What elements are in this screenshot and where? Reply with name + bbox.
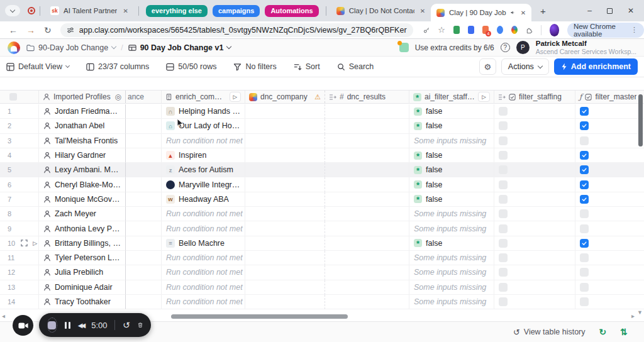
- scroll-left-arrow[interactable]: ◂: [2, 312, 5, 319]
- filter-staffing-checkbox[interactable]: [499, 165, 508, 174]
- hidden-column-cell[interactable]: [126, 134, 162, 148]
- browser-profile-avatar[interactable]: [550, 24, 559, 36]
- tab-ai-talent-partner[interactable]: sk AI Talent Partner ✕: [45, 0, 134, 21]
- imported-profile-cell[interactable]: Lexy Ambani. MS., B...: [39, 163, 126, 177]
- company-cell[interactable]: z Aces for Autism: [162, 163, 245, 177]
- table-name[interactable]: 90 Day Job Change v1: [140, 43, 224, 52]
- ai-filter-cell[interactable]: * false: [409, 104, 494, 119]
- delete-recording-icon[interactable]: [138, 321, 143, 329]
- back-button[interactable]: ←: [9, 25, 18, 35]
- table-row[interactable]: 8 ▷ Zach Meyer Run condition not met *: [0, 207, 644, 221]
- ai-filter-cell[interactable]: * Some inputs missing: [409, 251, 494, 265]
- settings-button[interactable]: ⚙: [479, 58, 496, 75]
- filter-staffing-checkbox[interactable]: [499, 180, 508, 189]
- tab-clay-do-not-contact[interactable]: Clay | Do Not Contact ✕: [331, 0, 431, 21]
- ai-filter-cell[interactable]: * Some inputs missing: [409, 207, 494, 221]
- imported-profile-cell[interactable]: Tal'Meisha Frontis: [39, 134, 126, 148]
- camera-button[interactable]: [13, 315, 33, 336]
- company-cell[interactable]: ∩ Helping Hands Family...: [162, 104, 245, 119]
- tab-group-automations[interactable]: Automations: [265, 5, 318, 17]
- dnc-results-cell[interactable]: [325, 236, 409, 251]
- table-row[interactable]: 5 ▷ Lexy Ambani. MS., B... z Aces for Au…: [0, 163, 644, 177]
- filter-staffing-checkbox[interactable]: [499, 239, 508, 248]
- filter-master-checkbox[interactable]: [580, 297, 589, 306]
- hidden-column-cell[interactable]: [126, 221, 162, 236]
- dnc-company-cell[interactable]: [245, 265, 325, 280]
- filter-staffing-checkbox[interactable]: [499, 268, 508, 277]
- column-header-imported-profiles[interactable]: Imported Profiles ◎: [39, 91, 126, 103]
- imported-profile-cell[interactable]: Jonathan Abel: [39, 119, 126, 133]
- table-row[interactable]: 2 ▷ Jonathan Abel ⌂ Our Lady of Hope He.…: [0, 119, 644, 133]
- extension-icon-orange[interactable]: 4: [482, 26, 489, 34]
- dnc-results-cell[interactable]: [325, 207, 409, 221]
- table-row[interactable]: 10 ▷ Brittany Billings, CLCS ≡ Bello Mac…: [0, 236, 644, 251]
- column-header-enrich-company[interactable]: enrich_company ▷: [162, 91, 245, 103]
- horizontal-scrollbar-thumb[interactable]: [171, 314, 348, 319]
- filter-master-checkbox[interactable]: [580, 253, 589, 262]
- filter-master-checkbox[interactable]: [580, 209, 589, 218]
- filter-staffing-checkbox[interactable]: [499, 136, 508, 145]
- rewind-icon[interactable]: ◀◀: [78, 322, 84, 329]
- warning-icon[interactable]: ⚠: [314, 93, 321, 101]
- company-cell[interactable]: Run condition not met: [162, 221, 245, 236]
- filter-master-checkbox[interactable]: [580, 180, 589, 189]
- company-cell[interactable]: ≡ Bello Machre: [162, 236, 245, 251]
- dnc-company-cell[interactable]: [245, 134, 325, 148]
- company-cell[interactable]: w Headway ABA: [162, 192, 245, 207]
- vertical-scrollbar-thumb[interactable]: [638, 94, 643, 146]
- company-cell[interactable]: Run condition not met: [162, 265, 245, 280]
- hidden-column-cell[interactable]: [126, 163, 162, 177]
- filter-staffing-checkbox[interactable]: [499, 195, 508, 204]
- hidden-column-cell[interactable]: [126, 148, 162, 163]
- ai-filter-cell[interactable]: * false: [409, 236, 494, 251]
- hidden-column-cell[interactable]: [126, 192, 162, 207]
- filter-master-checkbox[interactable]: [580, 195, 589, 204]
- hidden-column-cell[interactable]: [126, 295, 162, 309]
- window-close-button[interactable]: ✕: [628, 6, 634, 15]
- extension-icon-green[interactable]: [453, 26, 460, 34]
- filter-staffing-checkbox[interactable]: [499, 121, 508, 130]
- bookmark-star-icon[interactable]: ☆: [438, 25, 445, 35]
- ai-filter-cell[interactable]: * false: [409, 119, 494, 133]
- ai-filter-cell[interactable]: * Some inputs missing: [409, 265, 494, 280]
- filter-master-checkbox[interactable]: [580, 121, 589, 130]
- ai-filter-cell[interactable]: * false: [409, 163, 494, 177]
- dnc-company-cell[interactable]: [245, 104, 325, 119]
- hidden-column-cell[interactable]: [126, 280, 162, 295]
- rows-button[interactable]: 50/50 rows: [166, 62, 216, 71]
- company-cell[interactable]: Run condition not met: [162, 134, 245, 148]
- filter-staffing-checkbox[interactable]: [499, 297, 508, 306]
- credits-label[interactable]: Use extra credits by 6/6: [415, 43, 494, 52]
- column-header-partial[interactable]: ance: [126, 91, 162, 103]
- dnc-company-cell[interactable]: [245, 177, 325, 192]
- add-enrichment-button[interactable]: Add enrichment: [554, 58, 638, 75]
- tab-group-campaigns[interactable]: campaigns: [213, 5, 260, 17]
- table-row[interactable]: 12 ▷ Julia Prebilich Run condition not m…: [0, 265, 644, 280]
- select-all-checkbox[interactable]: [9, 93, 17, 101]
- company-cell[interactable]: Run condition not met: [162, 207, 245, 221]
- run-column-button[interactable]: ▷: [478, 92, 490, 102]
- company-cell[interactable]: Maryville Integrated C...: [162, 177, 245, 192]
- workspace-name[interactable]: 90-Day Job Change: [38, 43, 108, 52]
- forward-button[interactable]: →: [26, 25, 35, 35]
- imported-profile-cell[interactable]: Tracy Toothaker: [39, 295, 126, 309]
- close-tab-icon[interactable]: ✕: [123, 8, 128, 14]
- hidden-column-cell[interactable]: [126, 265, 162, 280]
- tab-search-button[interactable]: [5, 5, 20, 16]
- ai-filter-cell[interactable]: * false: [409, 192, 494, 207]
- column-header-ai-filter-staffing[interactable]: * ai_filter_staffing ▷: [409, 91, 494, 103]
- hidden-column-cell[interactable]: [126, 104, 162, 119]
- column-header-dnc-company[interactable]: dnc_company ⚠: [245, 91, 325, 103]
- columns-button[interactable]: 23/37 columns: [86, 62, 149, 71]
- table-row[interactable]: 11 ▷ Tyler Peterson LCSW,... Run conditi…: [0, 251, 644, 265]
- chevron-down-icon[interactable]: [226, 44, 231, 49]
- restart-recording-icon[interactable]: ↺: [123, 320, 130, 330]
- dnc-company-cell[interactable]: [245, 236, 325, 251]
- stop-recording-button[interactable]: [47, 317, 57, 333]
- dnc-company-cell[interactable]: [245, 119, 325, 133]
- new-tab-button[interactable]: +: [540, 6, 546, 16]
- imported-profile-cell[interactable]: Hilary Gardner: [39, 148, 126, 163]
- window-minimize-button[interactable]: –: [587, 6, 592, 15]
- filter-master-checkbox[interactable]: [580, 239, 589, 248]
- imported-profile-cell[interactable]: Brittany Billings, CLCS: [39, 236, 126, 251]
